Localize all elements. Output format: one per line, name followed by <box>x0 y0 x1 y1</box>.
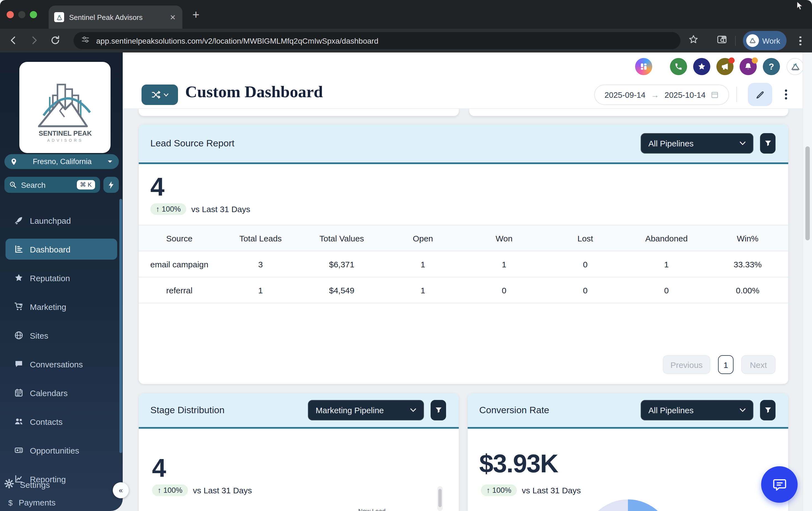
funnel-icon <box>764 140 772 147</box>
new-tab-button[interactable]: + <box>192 8 200 22</box>
calendar-icon <box>711 91 719 99</box>
dashboard-switcher-button[interactable] <box>142 85 178 105</box>
table-row[interactable]: referral 1 $4,549 1 0 0 0 0.00% <box>139 277 788 303</box>
url-bar[interactable]: app.sentinelpeaksolutions.com/v2/locatio… <box>74 32 680 49</box>
announcements-megaphone-icon[interactable] <box>716 58 733 75</box>
column-header[interactable]: Abandoned <box>626 225 707 251</box>
sidebar-item-settings[interactable]: Settings <box>4 479 50 490</box>
sidebar-item-sites[interactable]: Sites <box>5 325 117 346</box>
sidebar-item-contacts[interactable]: Contacts <box>5 411 117 432</box>
browser-tab[interactable]: Sentinel Peak Advisors ✕ <box>49 5 182 29</box>
column-header[interactable]: Won <box>463 225 545 251</box>
lead-source-table: Source Total Leads Total Values Open Won… <box>139 225 788 303</box>
page-number-button[interactable]: 1 <box>718 355 733 374</box>
quick-actions-button[interactable] <box>104 177 119 193</box>
chat-widget-button[interactable] <box>761 466 798 503</box>
location-switcher[interactable]: Fresno, California <box>4 154 119 169</box>
bookmark-star-icon[interactable] <box>688 34 699 47</box>
sidebar-item-reputation[interactable]: Reputation <box>5 267 117 289</box>
table-row[interactable]: email campaign 3 $6,371 1 1 0 1 33.33% <box>139 251 788 277</box>
cell: $6,371 <box>301 251 382 277</box>
previous-page-button[interactable]: Previous <box>663 355 710 374</box>
conversion-pie-chart <box>584 500 672 511</box>
column-header[interactable]: Open <box>382 225 463 251</box>
sidebar-item-payments[interactable]: $ Payments <box>8 498 56 507</box>
partial-card-bottom <box>139 109 459 116</box>
tab-search-icon[interactable] <box>716 34 727 48</box>
sidebar-item-launchpad[interactable]: Launchpad <box>5 210 117 231</box>
chevron-down-icon <box>163 93 168 96</box>
chat-bubble-icon <box>14 360 23 368</box>
notifications-bell-icon[interactable] <box>740 58 757 75</box>
window-zoom-button[interactable] <box>30 11 37 18</box>
window-close-button[interactable] <box>7 11 14 18</box>
column-header[interactable]: Total Leads <box>220 225 301 251</box>
page-scrollbar[interactable] <box>803 53 812 511</box>
column-header[interactable]: Source <box>139 225 220 251</box>
sidebar-item-label: Opportunities <box>30 446 79 455</box>
funnel-icon <box>764 407 772 414</box>
people-icon <box>14 417 23 426</box>
site-settings-icon[interactable] <box>81 35 90 47</box>
table-header-row: Source Total Leads Total Values Open Won… <box>139 225 788 251</box>
date-from: 2025-09-14 <box>604 90 645 99</box>
app-launcher-icon[interactable] <box>635 58 652 75</box>
favorites-star-icon[interactable] <box>693 58 710 75</box>
card-header: Lead Source Report All Pipelines <box>139 124 788 164</box>
pipeline-dropdown[interactable]: Marketing Pipeline <box>308 400 424 420</box>
cell-source: email campaign <box>139 251 220 277</box>
pipeline-dropdown[interactable]: All Pipelines <box>641 133 753 154</box>
sidebar-collapse-button[interactable]: « <box>113 482 129 498</box>
filter-button[interactable] <box>760 400 776 420</box>
forward-button[interactable] <box>29 35 40 48</box>
dashboard-menu-icon[interactable] <box>782 87 790 102</box>
sidebar-scrollbar[interactable] <box>119 199 122 453</box>
gear-icon <box>4 479 14 490</box>
cell: 0 <box>626 277 707 303</box>
tab-close-icon[interactable]: ✕ <box>169 13 177 21</box>
star-icon <box>14 273 23 282</box>
browser-menu-icon[interactable] <box>796 33 804 49</box>
app-window: SENTINEL PEAK ADVISORS Fresno, Californi… <box>0 53 812 511</box>
card-title: Conversion Rate <box>479 405 641 416</box>
column-header[interactable]: Total Values <box>301 225 382 251</box>
window-minimize-button[interactable] <box>18 11 25 18</box>
account-avatar[interactable] <box>787 58 804 75</box>
browser-profile-button[interactable]: Work <box>743 31 787 50</box>
card-title: Stage Distribution <box>150 405 308 416</box>
toolbar-divider <box>735 36 736 46</box>
scrollbar-thumb[interactable] <box>805 146 810 240</box>
next-page-button[interactable]: Next <box>741 355 776 374</box>
sidebar-item-marketing[interactable]: Marketing <box>5 296 117 317</box>
back-button[interactable] <box>8 35 19 48</box>
sidebar-item-dashboard[interactable]: Dashboard <box>5 239 117 260</box>
filter-button[interactable] <box>431 400 446 420</box>
edit-dashboard-button[interactable] <box>748 83 772 106</box>
phone-icon[interactable] <box>670 58 687 75</box>
location-pin-icon <box>10 158 17 166</box>
cell: 1 <box>382 251 463 277</box>
pipeline-dropdown[interactable]: All Pipelines <box>641 400 753 420</box>
card-scrollbar[interactable] <box>437 486 443 511</box>
sidebar-item-calendars[interactable]: Calendars <box>5 382 117 403</box>
sidebar-item-conversations[interactable]: Conversations <box>5 354 117 374</box>
window-controls <box>7 11 37 18</box>
date-range-picker[interactable]: 2025-09-14 → 2025-10-14 <box>594 85 729 105</box>
column-header[interactable]: Lost <box>545 225 626 251</box>
screen: Sentinel Peak Advisors ✕ + app.se <box>0 0 812 511</box>
filter-button[interactable] <box>760 133 776 154</box>
reload-button[interactable] <box>50 35 61 48</box>
search-input[interactable]: Search ⌘ K <box>4 177 100 193</box>
sidebar-item-opportunities[interactable]: Opportunities <box>5 440 117 461</box>
notification-dot <box>728 57 735 63</box>
search-icon <box>9 181 17 188</box>
search-shortcut-badge: ⌘ K <box>77 180 95 189</box>
help-icon[interactable]: ? <box>763 58 780 75</box>
cell: 33.33% <box>707 251 788 277</box>
pagination: Previous 1 Next <box>663 355 776 374</box>
column-header[interactable]: Win% <box>707 225 788 251</box>
cell: 0.00% <box>707 277 788 303</box>
money-icon <box>14 446 23 455</box>
cell: 1 <box>220 277 301 303</box>
browser-chrome: Sentinel Peak Advisors ✕ + app.se <box>0 0 812 53</box>
